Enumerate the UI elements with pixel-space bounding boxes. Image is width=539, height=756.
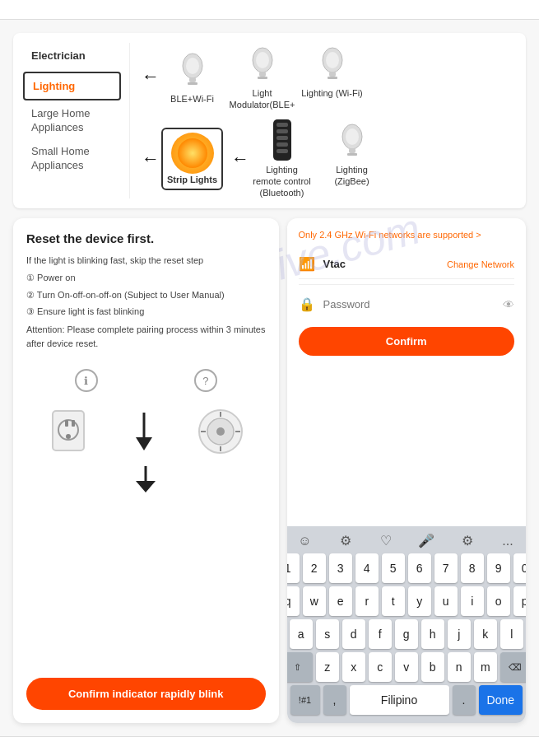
gear-icon[interactable]: ⚙	[456, 533, 479, 548]
svg-point-9	[326, 52, 339, 68]
key-q[interactable]: q	[287, 586, 300, 616]
top-section: Electrician Lighting Large Home Applianc…	[13, 33, 526, 208]
key-r[interactable]: r	[355, 586, 379, 616]
key-s[interactable]: s	[316, 619, 339, 649]
device-row-2: ←	[142, 119, 516, 199]
key-5[interactable]: 5	[382, 553, 405, 583]
sidebar-item-small-home[interactable]: Small Home Appliances	[23, 140, 121, 178]
key-y[interactable]: y	[408, 586, 431, 616]
device-lighting-zigbee[interactable]: Lighting (ZigBee)	[321, 119, 383, 199]
arrow-down-container	[26, 464, 266, 494]
key-f[interactable]: f	[369, 619, 392, 649]
key-o[interactable]: o	[487, 586, 510, 616]
svg-rect-2	[189, 77, 196, 82]
wifi-notice: Only 2.4 GHz Wi-Fi networks are supporte…	[299, 230, 515, 240]
key-x[interactable]: x	[342, 652, 365, 682]
keyboard-top-row: ☺ ⚙ ♡ 🎤 ⚙ ...	[290, 533, 523, 553]
reset-panel: Reset the device first. If the light is …	[13, 218, 279, 723]
password-input[interactable]	[323, 298, 504, 310]
reset-icons-row: ℹ ?	[26, 369, 266, 392]
key-j[interactable]: j	[448, 619, 471, 649]
more-icon[interactable]: ...	[496, 534, 519, 548]
key-p[interactable]: p	[513, 586, 526, 616]
reset-title: Reset the device first.	[26, 231, 266, 245]
divider-1	[299, 284, 515, 285]
key-8[interactable]: 8	[461, 553, 484, 583]
settings-icon[interactable]: ⚙	[334, 533, 357, 548]
key-t[interactable]: t	[382, 586, 405, 616]
device-ble-wifi[interactable]: BLE+Wi-Fi	[161, 49, 223, 105]
sidebar-item-lighting[interactable]: Lighting	[23, 72, 121, 100]
key-backspace[interactable]: ⌫	[500, 652, 526, 682]
key-period[interactable]: .	[453, 685, 476, 715]
reset-icon-info-1: ℹ	[75, 369, 98, 392]
ble-wifi-label: BLE+Wi-Fi	[170, 93, 214, 105]
favorites-icon[interactable]: ♡	[374, 533, 397, 548]
reset-steps: If the light is blinking fast, skip the …	[26, 254, 266, 354]
key-i[interactable]: i	[461, 586, 484, 616]
lighting-wifi-label: Lighting (Wi-Fi)	[301, 87, 363, 99]
light-modulator-icon	[242, 43, 283, 84]
key-l[interactable]: l	[500, 619, 523, 649]
mic-icon[interactable]: 🎤	[415, 533, 438, 548]
key-e[interactable]: e	[329, 586, 352, 616]
key-6[interactable]: 6	[408, 553, 431, 583]
device-row-1: ← BLE+Wi-Fi	[142, 43, 516, 111]
key-comma[interactable]: ,	[323, 685, 346, 715]
svg-point-14	[346, 128, 359, 145]
device-lighting-remote[interactable]: Lighting remote control (Bluetooth)	[251, 119, 313, 199]
key-2[interactable]: 2	[303, 553, 326, 583]
key-g[interactable]: g	[395, 619, 418, 649]
key-m[interactable]: m	[474, 652, 497, 682]
wifi-network-name: Vtac	[323, 258, 448, 270]
key-shift[interactable]: ⇧	[287, 652, 313, 682]
emoji-icon[interactable]: ☺	[294, 534, 317, 548]
key-done[interactable]: Done	[479, 685, 523, 715]
key-z[interactable]: z	[316, 652, 339, 682]
key-v[interactable]: v	[395, 652, 418, 682]
arrow-icon-2: ←	[142, 148, 160, 170]
svg-rect-16	[347, 153, 357, 156]
key-k[interactable]: k	[474, 619, 497, 649]
confirm-blink-button[interactable]: Confirm indicator rapidly blink	[26, 678, 266, 710]
keyboard-zxcv-row: ⇧ z x c v b n m ⌫	[290, 652, 523, 682]
key-b[interactable]: b	[421, 652, 444, 682]
svg-rect-15	[349, 148, 355, 153]
lighting-remote-label: Lighting remote control (Bluetooth)	[251, 164, 313, 199]
svg-point-1	[186, 58, 199, 74]
left-sidebar: Electrician Lighting Large Home Applianc…	[23, 43, 130, 198]
wifi-network-row: 📶 Vtac Change Network	[299, 250, 515, 279]
strip-lights-icon	[171, 133, 214, 174]
password-row: 🔒 👁	[299, 290, 515, 319]
top-bar	[0, 0, 539, 20]
svg-marker-23	[136, 437, 152, 450]
key-3[interactable]: 3	[329, 553, 352, 583]
key-c[interactable]: c	[369, 652, 392, 682]
svg-point-21	[66, 434, 71, 439]
key-1[interactable]: 1	[287, 553, 300, 583]
key-w[interactable]: w	[303, 586, 326, 616]
key-0[interactable]: 0	[513, 553, 526, 583]
ble-wifi-annotated: ← BLE+Wi-Fi	[142, 43, 223, 111]
change-network-link[interactable]: Change Network	[447, 259, 514, 269]
key-a[interactable]: a	[290, 619, 313, 649]
key-u[interactable]: u	[434, 586, 458, 616]
reset-subtitle: If the light is blinking fast, skip the …	[26, 254, 266, 268]
reset-step-1: ① Power on	[26, 271, 266, 286]
key-space[interactable]: Filipino	[350, 685, 449, 715]
key-9[interactable]: 9	[487, 553, 510, 583]
device-light-modulator[interactable]: Light Modulator(BLE+	[231, 43, 293, 111]
key-4[interactable]: 4	[355, 553, 379, 583]
key-h[interactable]: h	[421, 619, 444, 649]
key-d[interactable]: d	[342, 619, 365, 649]
device-strip-lights[interactable]: Strip Lights	[161, 128, 223, 190]
sidebar-item-large-home[interactable]: Large Home Appliances	[23, 102, 121, 140]
key-special-chars[interactable]: !#1	[290, 685, 320, 715]
lighting-zigbee-icon	[332, 119, 373, 161]
confirm-wifi-button[interactable]: Confirm	[299, 327, 515, 356]
eye-icon[interactable]: 👁	[503, 298, 514, 311]
device-lighting-wifi[interactable]: Lighting (Wi-Fi)	[301, 43, 363, 111]
key-7[interactable]: 7	[434, 553, 458, 583]
key-n[interactable]: n	[448, 652, 471, 682]
svg-rect-7	[258, 77, 267, 79]
